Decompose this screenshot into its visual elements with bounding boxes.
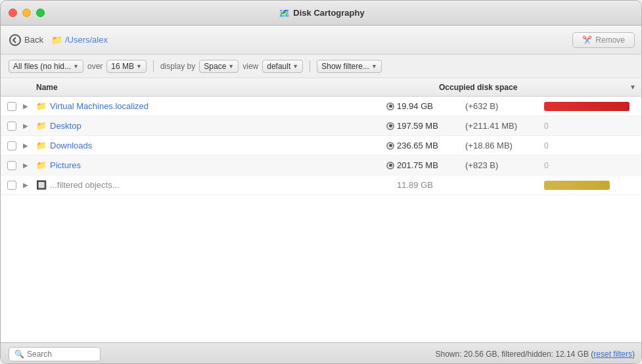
size-bar <box>544 181 610 190</box>
folder-icon: 📁 <box>36 121 47 131</box>
divider <box>153 60 154 72</box>
row-size: 201.75 MB <box>386 160 465 170</box>
folder-icon: 📁 <box>51 35 62 45</box>
expand-icon[interactable]: ▶ <box>23 162 36 169</box>
display-by-label: display by <box>160 62 195 71</box>
row-name: 📁 Pictures <box>36 160 386 170</box>
minimize-button[interactable] <box>22 9 31 17</box>
expand-icon[interactable]: ▶ <box>23 142 36 149</box>
expand-icon[interactable]: ▶ <box>23 122 36 129</box>
back-button[interactable]: Back <box>9 34 43 47</box>
header-name[interactable]: Name <box>36 83 439 92</box>
row-checkbox[interactable] <box>7 161 23 170</box>
header-size[interactable]: Occupied disk space ▼ <box>439 83 636 92</box>
row-delta: (+211.41 MB) <box>465 121 544 131</box>
window-title: 🗺️ Disk Cartography <box>279 8 364 18</box>
row-name: 📁 Virtual Machines.localized <box>36 101 386 111</box>
toolbar: Back 📁 /Users/alex ✂️ Remove <box>1 26 642 55</box>
row-bar: 0 <box>544 121 636 131</box>
table-row: ▶ 📁 Downloads 236.65 MB (+18.86 MB) 0 <box>1 136 642 156</box>
table-row: ▶ 📁 Pictures 201.75 MB (+823 B) 0 <box>1 156 642 175</box>
sort-desc-icon: ▼ <box>630 83 636 91</box>
row-delta: (+18.86 MB) <box>465 141 544 150</box>
traffic-lights <box>9 9 45 17</box>
radio-icon <box>386 142 394 150</box>
radio-icon <box>386 102 394 110</box>
close-button[interactable] <box>9 9 17 17</box>
expand-icon[interactable]: ▶ <box>23 102 36 110</box>
path-display: 📁 /Users/alex <box>51 35 108 45</box>
row-checkbox[interactable] <box>7 141 23 150</box>
row-checkbox[interactable] <box>7 181 23 190</box>
app-icon: 🗺️ <box>279 8 290 18</box>
status-bar: 🔍 Shown: 20.56 GB, filtered/hidden: 12.1… <box>1 342 642 364</box>
table-header: Name Occupied disk space ▼ <box>1 78 642 97</box>
over-label: over <box>87 62 103 71</box>
row-bar <box>544 101 636 112</box>
divider <box>310 60 310 72</box>
display-by-select[interactable]: Space ▼ <box>199 60 239 73</box>
row-checkbox[interactable] <box>7 122 23 131</box>
search-box[interactable]: 🔍 <box>9 347 101 361</box>
row-name: 📁 Downloads <box>36 141 386 150</box>
row-size: 197.59 MB <box>386 121 465 131</box>
chevron-down-icon: ▼ <box>292 63 298 70</box>
chevron-down-icon: ▼ <box>228 63 234 70</box>
folder-icon: 📁 <box>36 160 47 170</box>
radio-icon <box>386 162 394 170</box>
view-label: view <box>242 62 258 71</box>
table-row: ▶ 📁 Virtual Machines.localized 19.94 GB … <box>1 97 642 116</box>
size-bar <box>544 102 630 111</box>
search-input[interactable] <box>27 350 95 359</box>
folder-icon: 📁 <box>36 101 47 111</box>
row-bar: 0 <box>544 160 636 171</box>
row-extra: 0 <box>544 141 557 150</box>
chevron-down-icon: ▼ <box>73 63 79 70</box>
row-bar: 0 <box>544 141 636 151</box>
remove-button[interactable]: ✂️ Remove <box>572 32 635 48</box>
svg-point-0 <box>10 35 20 45</box>
filter-icon: 🔲 <box>36 180 47 190</box>
row-size: 11.89 GB <box>386 180 465 190</box>
row-extra: 0 <box>544 122 557 131</box>
row-name: 📁 Desktop <box>36 121 386 131</box>
maximize-button[interactable] <box>36 9 45 17</box>
view-select[interactable]: default ▼ <box>262 60 303 73</box>
filter-bar: All files (no hid... ▼ over 16 MB ▼ disp… <box>1 55 642 78</box>
row-checkbox[interactable] <box>7 102 23 111</box>
row-extra: 0 <box>544 161 557 170</box>
table-body: ▶ 📁 Virtual Machines.localized 19.94 GB … <box>1 97 642 361</box>
row-size: 19.94 GB <box>386 101 465 111</box>
expand-icon[interactable]: ▶ <box>23 181 36 189</box>
size-filter-select[interactable]: 16 MB ▼ <box>106 60 147 73</box>
table-row: ▶ 🔲 ...filtered objects... 11.89 GB <box>1 175 642 195</box>
chevron-down-icon: ▼ <box>136 63 142 70</box>
row-size: 236.65 MB <box>386 141 465 150</box>
show-filter-select[interactable]: Show filtere... ▼ <box>317 60 382 73</box>
scissors-icon: ✂️ <box>582 35 592 45</box>
folder-icon: 📁 <box>36 141 47 150</box>
titlebar: 🗺️ Disk Cartography <box>1 1 642 26</box>
row-name: 🔲 ...filtered objects... <box>36 180 386 190</box>
table-row: ▶ 📁 Desktop 197.59 MB (+211.41 MB) 0 <box>1 116 642 136</box>
status-text: Shown: 20.56 GB, filtered/hidden: 12.14 … <box>435 350 635 359</box>
search-icon: 🔍 <box>14 350 24 359</box>
row-delta: (+823 B) <box>465 160 544 170</box>
chevron-down-icon: ▼ <box>371 63 377 70</box>
files-filter-select[interactable]: All files (no hid... ▼ <box>9 60 83 73</box>
row-bar <box>544 180 636 191</box>
radio-icon <box>386 122 394 130</box>
reset-filters-link[interactable]: reset filters <box>593 350 632 359</box>
row-delta: (+632 B) <box>465 101 544 111</box>
